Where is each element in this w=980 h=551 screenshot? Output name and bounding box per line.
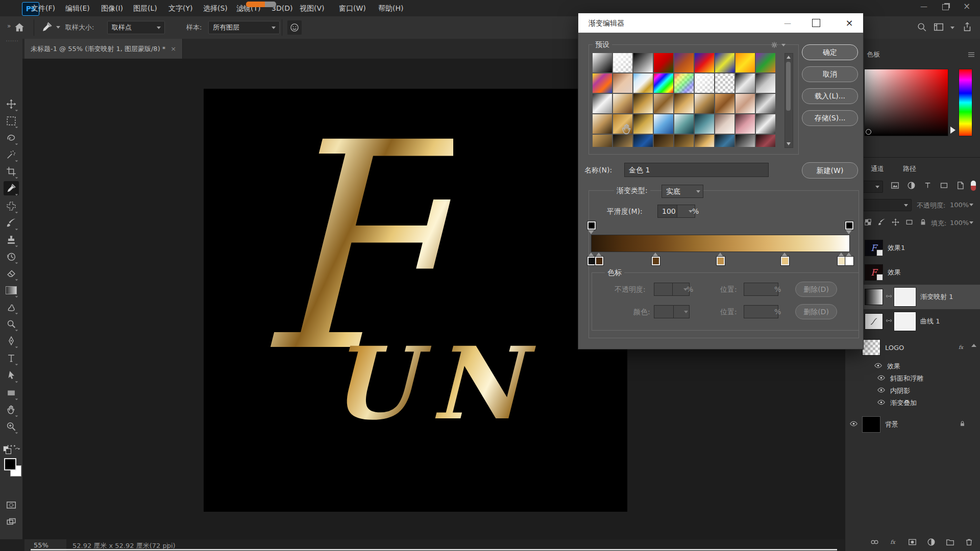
collapse-toolbar-icon[interactable]: » — [7, 22, 11, 30]
shape-tool[interactable] — [4, 386, 19, 400]
clone-stamp-tool[interactable] — [4, 233, 19, 247]
quick-mask[interactable] — [4, 498, 19, 512]
gradient-preset-swatch-44[interactable] — [736, 135, 755, 147]
menu-item-1[interactable]: 文件(F) — [29, 0, 57, 16]
menu-item-5[interactable]: 文字(Y) — [166, 0, 194, 16]
tab-channels[interactable]: 通道 — [871, 164, 884, 173]
gradient-preset-swatch-21[interactable] — [633, 94, 653, 113]
opacity-value[interactable]: 100% — [950, 201, 969, 209]
search-icon[interactable] — [916, 21, 927, 34]
dodge-tool[interactable] — [4, 317, 19, 331]
layer-thumbnail[interactable] — [862, 339, 880, 356]
dialog-close-button[interactable]: × — [842, 13, 857, 33]
color-stop-3[interactable] — [651, 253, 659, 266]
sample-size-dropdown[interactable]: 取样点 — [107, 21, 165, 34]
layer-mask-thumbnail[interactable] — [894, 288, 916, 306]
gradient-preset-swatch-7[interactable] — [715, 53, 734, 72]
color-stop-2[interactable] — [595, 253, 603, 266]
eyedropper-tool-icon-options[interactable] — [41, 21, 53, 35]
document-tab[interactable]: 未标题-1 @ 55% (渐变映射 1, 图层蒙版/8) *× — [24, 39, 183, 59]
gradient-preset-swatch-1[interactable] — [593, 53, 612, 72]
eyedropper-tool[interactable] — [4, 181, 19, 195]
visibility-eye-icon[interactable] — [877, 398, 886, 408]
toolbar-grip[interactable]: '''''' — [6, 40, 19, 45]
gradient-preset-swatch-2[interactable] — [613, 53, 632, 72]
visibility-eye-icon[interactable] — [877, 373, 886, 384]
brush-tool[interactable] — [4, 216, 19, 230]
layer-row-内阴影[interactable]: 内阴影 — [845, 385, 980, 397]
layer-row-效果[interactable]: F效果 — [845, 260, 980, 285]
layer-filter-image-icon[interactable] — [890, 181, 900, 192]
layer-thumbnail[interactable]: F — [865, 264, 883, 281]
gradient-preset-swatch-19[interactable] — [593, 94, 612, 113]
gradient-preset-swatch-33[interactable] — [695, 114, 714, 134]
window-restore-button[interactable] — [935, 0, 955, 13]
mask-link-icon[interactable] — [885, 292, 893, 302]
gradient-preview-bar[interactable] — [591, 235, 850, 252]
menu-item-6[interactable]: 选择(S) — [201, 0, 230, 16]
menu-item-3[interactable]: 图像(I) — [99, 0, 125, 16]
ok-button[interactable]: 确定 — [802, 44, 858, 60]
gradient-preset-swatch-3[interactable] — [633, 53, 653, 72]
gradient-preset-swatch-42[interactable] — [695, 135, 714, 147]
layer-thumbnail[interactable]: F — [865, 240, 883, 256]
color-stop-4[interactable] — [716, 253, 724, 266]
window-close-button[interactable]: × — [957, 0, 977, 13]
layer-row-渐变映射 1[interactable]: 渐变映射 1 — [845, 285, 980, 309]
tab-close-icon[interactable]: × — [170, 45, 176, 53]
opacity-stop-2[interactable] — [845, 221, 853, 235]
gradient-type-dropdown[interactable]: 实底 — [662, 185, 703, 198]
layer-row-效果[interactable]: 效果 — [845, 360, 980, 372]
scrollbar-thumb[interactable] — [786, 62, 791, 111]
chevron-down-icon[interactable] — [969, 221, 973, 224]
hand-tool[interactable] — [4, 403, 19, 417]
dialog-maximize-button[interactable] — [812, 19, 820, 27]
gradient-preset-swatch-12[interactable] — [633, 73, 653, 93]
chevron-down-icon[interactable] — [781, 44, 786, 46]
gradient-preset-swatch-30[interactable] — [633, 114, 653, 134]
gradient-preset-swatch-39[interactable] — [633, 135, 653, 147]
gradient-preset-swatch-24[interactable] — [695, 94, 714, 113]
layer-filter-smart-object-icon[interactable] — [955, 181, 965, 192]
layer-thumbnail[interactable] — [865, 289, 883, 305]
gradient-preset-swatch-18[interactable] — [756, 73, 775, 93]
layer-thumbnail[interactable] — [862, 416, 880, 433]
gradient-preset-swatch-27[interactable] — [756, 94, 775, 113]
gradient-preset-swatch-34[interactable] — [715, 114, 734, 134]
gradient-preset-swatch-13[interactable] — [654, 73, 673, 93]
color-field-marker[interactable] — [866, 129, 871, 135]
gradient-preset-swatch-11[interactable] — [613, 73, 632, 93]
color-stop-7[interactable] — [845, 253, 853, 266]
zoom-tool[interactable] — [4, 419, 19, 434]
gradient-preset-swatch-25[interactable] — [715, 94, 734, 113]
healing-brush-tool[interactable] — [4, 199, 19, 213]
visibility-eye-icon[interactable] — [874, 361, 883, 371]
type-tool[interactable] — [4, 351, 19, 365]
color-swatches[interactable] — [0, 458, 22, 479]
layer-row-斜面和浮雕[interactable]: 斜面和浮雕 — [845, 372, 980, 385]
move-tool[interactable] — [4, 97, 19, 111]
filter-toggle[interactable] — [971, 181, 976, 191]
lock-all-icon[interactable] — [919, 218, 927, 228]
gradient-preset-swatch-45[interactable] — [756, 135, 775, 147]
crop-tool[interactable] — [4, 164, 19, 179]
path-select-tool[interactable] — [4, 368, 19, 383]
gradient-preset-swatch-31[interactable] — [654, 114, 673, 134]
fx-icon[interactable]: fx — [957, 342, 966, 353]
tool-preset-caret-icon[interactable] — [56, 26, 60, 29]
layer-row-效果1[interactable]: F效果1 — [845, 236, 980, 260]
default-swap-colors-icons[interactable] — [2, 445, 20, 455]
gradient-preset-swatch-22[interactable] — [654, 94, 673, 113]
opacity-stop-1[interactable] — [587, 221, 595, 235]
new-gradient-button[interactable]: 新建(W) — [802, 162, 858, 179]
gradient-preset-swatch-16[interactable] — [715, 73, 734, 93]
layer-row-背景[interactable]: 背景 — [845, 412, 980, 437]
eraser-tool[interactable] — [4, 266, 19, 281]
layer-filter-type-icon[interactable] — [923, 181, 933, 192]
document-canvas[interactable]: F UN — [204, 89, 627, 512]
menu-item-10[interactable]: 窗口(W) — [337, 0, 368, 16]
horizontal-scrollbar[interactable] — [31, 549, 837, 550]
delete-layer-icon[interactable] — [964, 537, 974, 548]
scroll-up-icon[interactable] — [787, 56, 791, 59]
lock-pixels-icon[interactable] — [877, 218, 886, 228]
